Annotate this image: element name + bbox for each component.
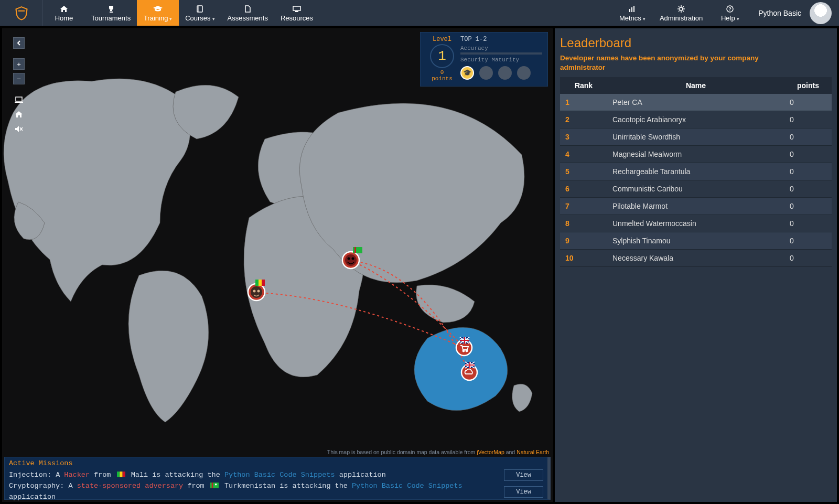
cell-name: Unmelted Watermoccasin (607, 215, 784, 232)
map-fullscreen-button[interactable] (13, 94, 25, 105)
cell-name: Rechargeable Tarantula (607, 163, 784, 180)
svg-rect-4 (629, 9, 630, 12)
cell-rank: 10 (560, 250, 607, 267)
svg-point-34 (463, 350, 465, 352)
mission-row: Injection: A Hacker from Mali is attacki… (9, 469, 543, 481)
table-row[interactable]: 4Magnesial Mealworm0 (560, 146, 832, 163)
active-missions: Active Missions Injection: A Hacker from… (4, 457, 551, 500)
chevron-left-icon (16, 40, 21, 46)
svg-rect-18 (16, 97, 22, 101)
svg-rect-26 (262, 280, 265, 286)
nav-courses[interactable]: Courses▾ (179, 0, 221, 26)
map-zoom-out-button[interactable]: − (13, 73, 25, 84)
cell-points: 0 (784, 94, 832, 111)
table-row[interactable]: 6Communistic Caribou0 (560, 180, 832, 198)
cell-points: 0 (784, 180, 832, 198)
svg-text:?: ? (729, 6, 732, 12)
world-map[interactable] (3, 29, 553, 433)
cell-points: 0 (784, 198, 832, 215)
map-back-button[interactable] (13, 37, 25, 49)
shield-logo-icon (14, 6, 29, 20)
map-zoom-in-button[interactable]: + (13, 58, 25, 70)
cell-name: Unirritable Swordfish (607, 128, 784, 146)
leaderboard-title: Leaderboard (560, 36, 832, 50)
nav-administration[interactable]: Administration (653, 0, 709, 26)
svg-rect-46 (465, 364, 475, 366)
table-row[interactable]: 10Necessary Kawala0 (560, 250, 832, 267)
top-nav: Home Tournaments Training▾ Courses▾ Asse… (0, 0, 839, 26)
nav-home-label: Home (55, 14, 73, 22)
svg-point-30 (352, 258, 354, 260)
level-top: TOP 1-2 (460, 36, 542, 43)
leaderboard-pane: Leaderboard Developer names have been an… (555, 28, 837, 502)
nav-courses-label: Courses▾ (185, 14, 214, 22)
mission-view-button[interactable]: View (504, 469, 543, 481)
map-node-mali (248, 284, 265, 301)
svg-point-35 (466, 350, 468, 352)
book-icon (197, 5, 203, 13)
nav-tournaments[interactable]: Tournaments (85, 0, 137, 26)
mission-view-button[interactable]: View (504, 486, 543, 498)
nav-assessments[interactable]: Assessments (221, 0, 274, 26)
leaderboard-note: Developer names have been anonymized by … (560, 53, 759, 72)
cell-points: 0 (784, 250, 832, 267)
mission-text: Cryptography: A state-sponsored adversar… (9, 481, 499, 502)
svg-rect-19 (15, 102, 23, 103)
level-panel: Level 1 0points TOP 1-2 Accuracy Securit… (420, 32, 548, 87)
cell-name: Necessary Kawala (607, 250, 784, 267)
medal-3-icon (498, 66, 512, 80)
svg-rect-40 (460, 340, 469, 341)
map-node-turkmenistan (342, 252, 359, 269)
svg-point-29 (348, 258, 350, 260)
cell-name: Peter CA (607, 94, 784, 111)
map-home-button[interactable] (13, 109, 25, 120)
home-icon (60, 5, 68, 13)
nav-metrics-label: Metrics▾ (619, 14, 646, 22)
cell-rank: 4 (560, 146, 607, 163)
cell-points: 0 (784, 215, 832, 232)
svg-rect-47 (117, 471, 120, 477)
svg-rect-2 (293, 6, 300, 10)
barchart-icon (629, 5, 636, 13)
table-row[interactable]: 7Pilotable Marmot0 (560, 198, 832, 215)
medal-gold-icon: 🎓 (460, 66, 474, 80)
graduation-icon (153, 5, 163, 13)
level-number: 1 (430, 44, 454, 68)
table-row[interactable]: 3Unirritable Swordfish0 (560, 128, 832, 146)
table-row[interactable]: 8Unmelted Watermoccasin0 (560, 215, 832, 232)
table-row[interactable]: 9Sylphish Tinamou0 (560, 232, 832, 250)
nav-administration-label: Administration (660, 14, 703, 22)
svg-line-13 (683, 10, 684, 12)
nav-resources[interactable]: Resources (274, 0, 319, 26)
accuracy-label: Accuracy (460, 45, 542, 51)
svg-line-15 (679, 10, 680, 12)
level-label: Level (426, 36, 458, 43)
plus-icon: + (17, 60, 21, 68)
help-icon: ? (726, 5, 734, 13)
nav-resources-label: Resources (281, 14, 313, 22)
map-pane: + − Level 1 0points TOP 1-2 Accuracy Sec… (2, 28, 553, 502)
cell-points: 0 (784, 163, 832, 180)
nav-help[interactable]: ? Help▾ (709, 0, 751, 26)
table-row[interactable]: 2Cacotopic Arabianoryx0 (560, 111, 832, 128)
svg-point-52 (215, 484, 217, 486)
avatar[interactable] (810, 2, 832, 24)
credit-link-2[interactable]: Natural Earth (517, 449, 549, 455)
col-rank: Rank (560, 77, 607, 94)
svg-rect-48 (120, 471, 122, 477)
nav-training[interactable]: Training▾ (137, 0, 179, 26)
map-mute-button[interactable] (13, 123, 25, 135)
nav-metrics[interactable]: Metrics▾ (611, 0, 653, 26)
app-logo[interactable] (0, 0, 43, 26)
credit-link-1[interactable]: jVectorMap (477, 449, 504, 455)
mission-text: Injection: A Hacker from Mali is attacki… (9, 470, 499, 481)
leaderboard-table: Rank Name points 1Peter CA02Cacotopic Ar… (560, 77, 832, 267)
table-row[interactable]: 5Rechargeable Tarantula0 (560, 163, 832, 180)
nav-username[interactable]: Python Basic (751, 0, 809, 26)
nav-home[interactable]: Home (43, 0, 85, 26)
level-points: 0points (426, 69, 458, 82)
cell-rank: 7 (560, 198, 607, 215)
table-row[interactable]: 1Peter CA0 (560, 94, 832, 111)
svg-rect-51 (211, 482, 213, 488)
document-icon (245, 5, 251, 13)
